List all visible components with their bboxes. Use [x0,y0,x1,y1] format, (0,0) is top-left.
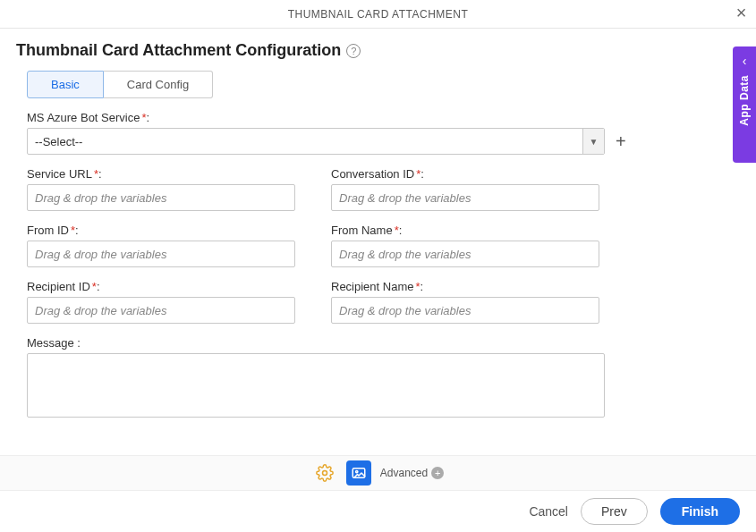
fields-grid: Service URL * : Conversation ID * : From… [27,167,653,324]
advanced-toggle[interactable]: Advanced + [380,467,444,479]
gear-icon[interactable] [312,460,337,486]
footer: Cancel Prev Finish [0,491,756,532]
page-title-row: Thumbnail Card Attachment Configuration … [0,29,756,67]
svg-point-2 [355,470,357,472]
recipient-name-label-text: Recipient Name [331,280,414,293]
recipient-name-label: Recipient Name * : [331,280,599,293]
azure-select-row: --Select-- ▼ + [27,128,729,155]
service-url-input[interactable] [27,184,295,211]
dialog-title: THUMBNAIL CARD ATTACHMENT [288,8,469,21]
advanced-label: Advanced [380,467,428,479]
tab-card-config[interactable]: Card Config [104,71,213,98]
chevron-down-icon: ▼ [582,129,604,154]
prev-button[interactable]: Prev [581,498,648,525]
from-id-input[interactable] [27,241,295,267]
field-from-name: From Name * : [331,224,599,267]
from-id-label: From ID * : [27,224,295,237]
colon: : [420,167,424,181]
azure-label-text: MS Azure Bot Service [27,111,140,124]
azure-select[interactable]: --Select-- ▼ [27,128,605,155]
recipient-id-input[interactable] [27,297,295,324]
field-recipient-name: Recipient Name * : [331,280,599,324]
azure-label: MS Azure Bot Service * : [27,111,729,124]
recipient-name-input[interactable] [331,297,599,324]
field-from-id: From ID * : [27,224,295,267]
colon: : [97,280,100,293]
from-name-label: From Name * : [331,224,599,237]
field-service-url: Service URL * : [27,167,295,211]
from-id-label-text: From ID [27,224,69,237]
finish-button[interactable]: Finish [660,498,740,525]
close-icon[interactable]: × [736,4,747,21]
colon: : [75,224,79,237]
image-icon[interactable] [346,460,371,486]
conversation-id-label-text: Conversation ID [331,167,414,181]
app-data-panel-toggle[interactable]: ‹ App Data [733,46,756,163]
colon: : [147,111,150,124]
recipient-id-label-text: Recipient ID [27,280,90,293]
add-azure-button[interactable]: + [614,132,628,150]
colon: : [420,280,424,293]
from-name-label-text: From Name [331,224,393,237]
field-recipient-id: Recipient ID * : [27,280,295,324]
service-url-label-text: Service URL [27,167,92,181]
content-area: Basic Card Config MS Azure Bot Service *… [0,71,756,420]
azure-select-value: --Select-- [28,135,582,148]
svg-point-0 [322,471,327,476]
field-azure: MS Azure Bot Service * : --Select-- ▼ + [27,111,729,155]
help-icon[interactable]: ? [346,44,361,58]
field-conversation-id: Conversation ID * : [331,167,599,211]
colon: : [399,224,403,237]
tabs: Basic Card Config [27,71,729,98]
message-label-text: Message : [27,336,81,350]
field-message: Message : [27,336,729,420]
cancel-button[interactable]: Cancel [529,504,568,519]
plus-circle-icon: + [431,467,444,479]
dialog-header: THUMBNAIL CARD ATTACHMENT × [0,0,756,29]
from-name-input[interactable] [331,241,599,267]
tab-basic[interactable]: Basic [27,71,104,98]
colon: : [98,167,102,181]
bottom-toolbar: Advanced + [0,455,756,491]
conversation-id-input[interactable] [331,184,599,211]
app-data-label: App Data [738,75,751,126]
conversation-id-label: Conversation ID * : [331,167,599,181]
recipient-id-label: Recipient ID * : [27,280,295,293]
service-url-label: Service URL * : [27,167,295,181]
chevron-left-icon: ‹ [743,54,747,68]
message-label: Message : [27,336,729,350]
message-textarea[interactable] [27,353,605,418]
page-title: Thumbnail Card Attachment Configuration [16,41,341,60]
